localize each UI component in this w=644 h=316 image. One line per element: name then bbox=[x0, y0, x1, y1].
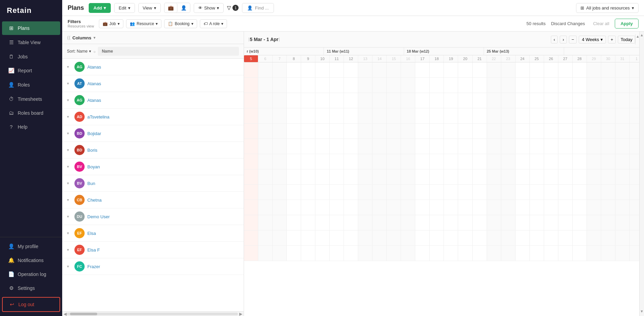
sidebar-item-operation-log[interactable]: 📄 Operation log bbox=[2, 267, 60, 281]
calendar-cell[interactable] bbox=[558, 62, 573, 77]
calendar-cell[interactable] bbox=[372, 169, 387, 184]
today-button[interactable]: Today bbox=[618, 36, 635, 43]
calendar-cell[interactable] bbox=[358, 139, 372, 154]
person-button[interactable]: 👤 bbox=[177, 3, 190, 13]
calendar-cell[interactable] bbox=[615, 93, 630, 108]
calendar-cell[interactable] bbox=[358, 93, 372, 108]
calendar-cell[interactable] bbox=[301, 78, 315, 93]
calendar-cell[interactable] bbox=[244, 124, 258, 138]
calendar-cell[interactable] bbox=[473, 230, 487, 245]
calendar-cell[interactable] bbox=[258, 108, 273, 123]
calendar-cell[interactable] bbox=[516, 93, 530, 108]
calendar-cell[interactable] bbox=[287, 78, 301, 93]
calendar-cell[interactable] bbox=[287, 62, 301, 77]
calendar-cell[interactable] bbox=[601, 169, 615, 184]
calendar-cell[interactable] bbox=[287, 169, 301, 184]
calendar-cell[interactable] bbox=[573, 93, 587, 108]
calendar-cell[interactable] bbox=[244, 78, 258, 93]
calendar-cell[interactable] bbox=[344, 215, 358, 230]
calendar-cell[interactable] bbox=[301, 246, 315, 261]
calendar-cell[interactable] bbox=[473, 124, 487, 138]
calendar-cell[interactable] bbox=[358, 108, 372, 123]
calendar-cell[interactable] bbox=[258, 215, 273, 230]
calendar-cell[interactable] bbox=[544, 93, 558, 108]
calendar-cell[interactable] bbox=[415, 230, 430, 245]
calendar-cell[interactable] bbox=[401, 93, 415, 108]
calendar-cell[interactable] bbox=[287, 200, 301, 215]
calendar-cell[interactable] bbox=[344, 93, 358, 108]
calendar-cell[interactable] bbox=[244, 108, 258, 123]
calendar-cell[interactable] bbox=[573, 185, 587, 200]
calendar-cell[interactable] bbox=[401, 124, 415, 138]
calendar-cell[interactable] bbox=[573, 78, 587, 93]
calendar-cell[interactable] bbox=[530, 185, 544, 200]
expand-icon[interactable]: ▾ bbox=[67, 231, 72, 236]
calendar-cell[interactable] bbox=[344, 139, 358, 154]
calendar-cell[interactable] bbox=[516, 124, 530, 138]
calendar-cell[interactable] bbox=[315, 93, 330, 108]
expand-icon[interactable]: ▾ bbox=[67, 181, 72, 186]
calendar-cell[interactable] bbox=[601, 124, 615, 138]
calendar-cell[interactable] bbox=[573, 124, 587, 138]
calendar-cell[interactable] bbox=[301, 62, 315, 77]
calendar-cell[interactable] bbox=[372, 93, 387, 108]
calendar-cell[interactable] bbox=[615, 215, 630, 230]
calendar-cell[interactable] bbox=[401, 78, 415, 93]
calendar-cell[interactable] bbox=[330, 200, 344, 215]
calendar-cell[interactable] bbox=[387, 215, 401, 230]
calendar-cell[interactable] bbox=[315, 230, 330, 245]
calendar-cell[interactable] bbox=[415, 215, 430, 230]
calendar-cell[interactable] bbox=[615, 78, 630, 93]
expand-icon[interactable]: ▾ bbox=[67, 64, 72, 69]
calendar-cell[interactable] bbox=[401, 215, 415, 230]
apply-button[interactable]: Apply bbox=[615, 19, 639, 29]
calendar-cell[interactable] bbox=[615, 154, 630, 169]
calendar-cell[interactable] bbox=[444, 246, 458, 261]
calendar-cell[interactable] bbox=[487, 139, 501, 154]
calendar-cell[interactable] bbox=[501, 230, 516, 245]
calendar-cell[interactable] bbox=[558, 246, 573, 261]
calendar-cell[interactable] bbox=[601, 154, 615, 169]
resource-filter-chip[interactable]: 👥 Resource ▾ bbox=[126, 19, 161, 28]
calendar-cell[interactable] bbox=[587, 139, 601, 154]
calendar-cell[interactable] bbox=[287, 108, 301, 123]
calendar-cell[interactable] bbox=[458, 169, 472, 184]
calendar-cell[interactable] bbox=[387, 93, 401, 108]
calendar-cell[interactable] bbox=[430, 215, 444, 230]
calendar-cell[interactable] bbox=[430, 108, 444, 123]
calendar-cell[interactable] bbox=[387, 78, 401, 93]
calendar-cell[interactable] bbox=[358, 169, 372, 184]
calendar-cell[interactable] bbox=[401, 108, 415, 123]
resource-row[interactable]: ▾ EF Elsa bbox=[62, 225, 244, 242]
calendar-cell[interactable] bbox=[372, 154, 387, 169]
calendar-cell[interactable] bbox=[244, 139, 258, 154]
calendar-cell[interactable] bbox=[244, 62, 258, 77]
calendar-cell[interactable] bbox=[358, 185, 372, 200]
calendar-cell[interactable] bbox=[387, 108, 401, 123]
calendar-cell[interactable] bbox=[587, 246, 601, 261]
week-selector[interactable]: 4 Weeks ▾ bbox=[579, 36, 606, 43]
calendar-cell[interactable] bbox=[287, 230, 301, 245]
calendar-cell[interactable] bbox=[530, 124, 544, 138]
calendar-cell[interactable] bbox=[544, 169, 558, 184]
zoom-out-button[interactable]: − bbox=[569, 36, 577, 43]
calendar-cell[interactable] bbox=[273, 139, 287, 154]
calendar-cell[interactable] bbox=[444, 124, 458, 138]
calendar-cell[interactable] bbox=[601, 215, 615, 230]
calendar-cell[interactable] bbox=[415, 93, 430, 108]
calendar-cell[interactable] bbox=[458, 62, 472, 77]
calendar-cell[interactable] bbox=[372, 78, 387, 93]
calendar-cell[interactable] bbox=[387, 139, 401, 154]
scroll-right-arrow[interactable]: ▶ bbox=[239, 312, 242, 316]
calendar-cell[interactable] bbox=[530, 93, 544, 108]
calendar-cell[interactable] bbox=[473, 62, 487, 77]
calendar-cell[interactable] bbox=[487, 230, 501, 245]
calendar-cell[interactable] bbox=[401, 200, 415, 215]
calendar-cell[interactable] bbox=[458, 185, 472, 200]
calendar-cell[interactable] bbox=[344, 185, 358, 200]
calendar-cell[interactable] bbox=[444, 185, 458, 200]
calendar-cell[interactable] bbox=[587, 230, 601, 245]
calendar-cell[interactable] bbox=[558, 185, 573, 200]
bottom-scrollbar[interactable]: ◀ ▶ bbox=[62, 311, 244, 316]
calendar-cell[interactable] bbox=[615, 185, 630, 200]
